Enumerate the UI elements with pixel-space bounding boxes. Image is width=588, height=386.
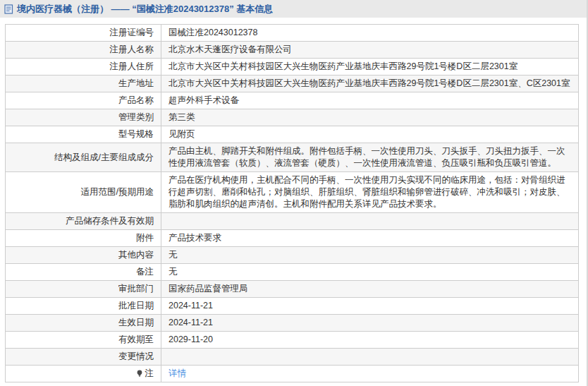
row-value: 2024-11-21 (161, 298, 579, 315)
row-label-text: 批准日期 (118, 301, 154, 310)
row-label: 产品名称 (6, 92, 161, 109)
table-row: 注册人住所北京市大兴区中关村科技园区大兴生物医药产业基地庆丰西路29号院1号楼D… (6, 59, 579, 76)
row-label: 注 (6, 366, 161, 382)
row-value: 国械注准20243012378 (161, 25, 579, 42)
row-value: 北京市大兴区中关村科技园区大兴生物医药产业基地庆丰西路29号院1号楼D区二层23… (161, 76, 579, 92)
row-value (161, 213, 579, 230)
row-value: 2029-11-20 (161, 332, 579, 349)
table-row: 备注无 (6, 264, 579, 281)
row-value-text: 国家药品监督管理局 (169, 284, 248, 294)
page-title: 境内医疗器械（注册） —— “国械注准20243012378” 基本信息 (17, 3, 273, 16)
table-row: 产品名称超声外科手术设备 (6, 92, 579, 109)
row-value-text: 产品由主机、脚踏开关和附件组成。附件包括手柄、一次性使用刀头、刀头扳手、刀头扭力… (169, 146, 565, 168)
row-value: 2024-11-21 (161, 315, 579, 332)
table-row: 产品储存条件及有效期 (6, 213, 579, 230)
row-label: 结构及组成/主要组成成分 (6, 143, 161, 172)
row-value: 无 (161, 264, 579, 281)
row-value: 产品技术要求 (161, 230, 579, 247)
row-value: 无 (161, 247, 579, 264)
table-row: 注册证编号国械注准20243012378 (6, 25, 579, 42)
row-value (161, 349, 579, 366)
row-value: 产品在医疗机构使用，主机配合不同的手柄、一次性使用刀头实现不同的临床用途，包括：… (161, 172, 579, 213)
row-label-text: 结构及组成/主要组成成分 (54, 152, 154, 162)
row-label-text: 型号规格 (118, 129, 154, 139)
row-value: 北京水木天蓬医疗设备有限公司 (161, 42, 579, 59)
table-row: 生效日期2024-11-21 (6, 315, 579, 332)
row-label-text: 产品储存条件及有效期 (66, 216, 154, 226)
row-label: 型号规格 (6, 126, 161, 143)
row-label-text: 注册人名称 (110, 44, 154, 54)
page-header: 境内医疗器械（注册） —— “国械注准20243012378” 基本信息 (0, 0, 588, 18)
row-label-text: 注册人住所 (110, 61, 154, 71)
row-label-text: 管理类别 (118, 112, 154, 122)
table-row: 变更情况 (6, 349, 579, 366)
table-row: 适用范围/预期用途产品在医疗机构使用，主机配合不同的手柄、一次性使用刀头实现不同… (6, 172, 579, 213)
row-value-text: 无 (169, 267, 178, 277)
row-value-text: 见附页 (169, 129, 195, 139)
info-table: 注册证编号国械注准20243012378注册人名称北京水木天蓬医疗设备有限公司注… (5, 24, 579, 382)
row-value: 超声外科手术设备 (161, 92, 579, 109)
row-value: 见附页 (161, 126, 579, 143)
row-label: 批准日期 (6, 298, 161, 315)
table-row: 管理类别第三类 (6, 109, 579, 126)
row-label: 其他内容 (6, 247, 161, 264)
row-label: 产品储存条件及有效期 (6, 213, 161, 230)
table-row: 审批部门国家药品监督管理局 (6, 281, 579, 298)
row-value-text: 2024-11-21 (169, 301, 213, 310)
row-label-text: 生效日期 (118, 318, 154, 327)
table-row: 其他内容无 (6, 247, 579, 264)
row-label-text: 生产地址 (118, 78, 154, 88)
row-label-text: 附件 (136, 233, 154, 243)
row-value-text: 北京市大兴区中关村科技园区大兴生物医药产业基地庆丰西路29号院1号楼D区二层23… (169, 61, 517, 71)
row-label-text: 注 (145, 368, 154, 378)
row-value-text: 2024-11-21 (169, 318, 213, 327)
table-row: 注详情 (6, 366, 579, 382)
row-label: 附件 (6, 230, 161, 247)
row-label-text: 变更情况 (118, 351, 154, 361)
row-label-text: 适用范围/预期用途 (81, 187, 154, 197)
row-value-text: 产品技术要求 (169, 233, 221, 243)
row-value-text: 无 (169, 250, 178, 260)
row-label-text: 备注 (136, 267, 154, 277)
row-label: 审批部门 (6, 281, 161, 298)
row-label-text: 产品名称 (118, 95, 154, 105)
row-label-text: 注册证编号 (110, 28, 154, 37)
row-value-text: 国械注准20243012378 (169, 28, 257, 37)
details-link[interactable]: 详情 (169, 368, 186, 378)
table-row: 注册人名称北京水木天蓬医疗设备有限公司 (6, 42, 579, 59)
row-label-text: 其他内容 (118, 250, 154, 260)
table-row: 结构及组成/主要组成成分产品由主机、脚踏开关和附件组成。附件包括手柄、一次性使用… (6, 143, 579, 172)
row-value-text: 北京水木天蓬医疗设备有限公司 (169, 44, 292, 54)
row-label: 变更情况 (6, 349, 161, 366)
row-label: 有效期至 (6, 332, 161, 349)
row-label-text: 审批部门 (118, 284, 154, 294)
table-row: 有效期至2029-11-20 (6, 332, 579, 349)
row-value-text: 2029-11-20 (169, 334, 213, 344)
note-bulb-icon (135, 369, 144, 378)
row-label: 管理类别 (6, 109, 161, 126)
row-label: 生产地址 (6, 76, 161, 92)
row-value: 国家药品监督管理局 (161, 281, 579, 298)
row-label: 适用范围/预期用途 (6, 172, 161, 213)
table-row: 附件产品技术要求 (6, 230, 579, 247)
row-value-text: 超声外科手术设备 (169, 95, 239, 105)
info-table-body: 注册证编号国械注准20243012378注册人名称北京水木天蓬医疗设备有限公司注… (6, 25, 579, 382)
row-value: 第三类 (161, 109, 579, 126)
row-value: 北京市大兴区中关村科技园区大兴生物医药产业基地庆丰西路29号院1号楼D区二层23… (161, 59, 579, 76)
row-label: 生效日期 (6, 315, 161, 332)
table-row: 批准日期2024-11-21 (6, 298, 579, 315)
document-icon (4, 4, 13, 14)
row-value-text: 北京市大兴区中关村科技园区大兴生物医药产业基地庆丰西路29号院1号楼D区二层23… (169, 78, 570, 88)
row-label: 备注 (6, 264, 161, 281)
row-value-text: 第三类 (169, 112, 195, 122)
row-label: 注册人名称 (6, 42, 161, 59)
table-row: 型号规格见附页 (6, 126, 579, 143)
row-label: 注册证编号 (6, 25, 161, 42)
row-label: 注册人住所 (6, 59, 161, 76)
row-value: 详情 (161, 366, 579, 382)
row-value-text: 产品在医疗机构使用，主机配合不同的手柄、一次性使用刀头实现不同的临床用途，包括：… (169, 175, 565, 209)
table-row: 生产地址北京市大兴区中关村科技园区大兴生物医药产业基地庆丰西路29号院1号楼D区… (6, 76, 579, 92)
row-value: 产品由主机、脚踏开关和附件组成。附件包括手柄、一次性使用刀头、刀头扳手、刀头扭力… (161, 143, 579, 172)
row-label-text: 有效期至 (118, 334, 154, 344)
